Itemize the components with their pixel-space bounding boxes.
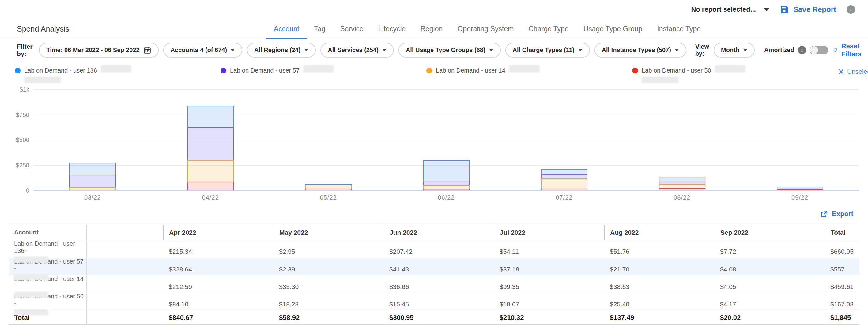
chart-legend: Lab on Demand - user 136Lab on Demand - …: [15, 67, 838, 85]
chevron-down-icon: [382, 49, 386, 52]
filter-by-label: Filter by:: [17, 43, 32, 58]
view-by-select[interactable]: Month: [714, 43, 755, 58]
filter-pill-all-usage-type-groups-68[interactable]: All Usage Type Groups (68): [399, 43, 501, 58]
time-filter[interactable]: Time: 06 Mar 2022 - 06 Sep 2022: [39, 43, 158, 58]
tab-instance-type[interactable]: Instance Type: [650, 25, 708, 39]
export-button[interactable]: Export: [820, 210, 853, 218]
chevron-down-icon: [578, 49, 583, 52]
stacked-bar-04-22[interactable]: [187, 106, 234, 190]
view-by-value: Month: [721, 46, 739, 54]
tab-operating-system[interactable]: Operating System: [450, 25, 521, 39]
tab-usage-type-group[interactable]: Usage Type Group: [576, 25, 650, 39]
column-header-account: Account: [8, 225, 87, 240]
unselect-all-button[interactable]: Unselect All: [838, 68, 868, 75]
chart-legend-row: Lab on Demand - user 136Lab on Demand - …: [0, 61, 868, 87]
total-value-cell: $20.02: [715, 311, 825, 325]
report-selector-dropdown[interactable]: No report selected...: [691, 5, 769, 13]
top-header: No report selected... Save Report i: [0, 0, 868, 19]
filter-pill-label: All Instance Types (507): [602, 46, 671, 54]
bar-slot-08-22: [623, 89, 741, 190]
total-value-cell: $1,845: [825, 311, 860, 325]
bar-segment-lab-on-demand-user-136: [659, 176, 705, 182]
filter-pill-label: All Charge Types (11): [513, 46, 575, 54]
x-axis-tick-label: 06/22: [388, 194, 505, 201]
redacted-text: [642, 76, 678, 83]
chart-plot-area: $1k$750$500$2500: [34, 89, 859, 190]
column-header-jun-2022: Jun 2022: [384, 225, 494, 240]
stacked-bar-07-22[interactable]: [541, 169, 587, 190]
legend-item-lab-on-demand-user-14[interactable]: Lab on Demand - user 14: [426, 67, 632, 85]
total-value-cell: $840.67: [163, 311, 274, 325]
filter-pill-label: All Usage Type Groups (68): [406, 46, 486, 54]
stacked-bar-08-22[interactable]: [659, 176, 705, 190]
filter-pill-accounts-4-of-674[interactable]: Accounts 4 (of 674): [163, 43, 242, 58]
column-header-sep-2022: Sep 2022: [715, 225, 825, 240]
tab-tag[interactable]: Tag: [307, 25, 333, 39]
x-axis-tick-label: 09/22: [741, 194, 859, 201]
legend-color-dot: [632, 68, 638, 73]
chevron-down-icon: [304, 49, 308, 52]
bar-segment-lab-on-demand-user-57: [69, 175, 116, 187]
legend-item-lab-on-demand-user-50[interactable]: Lab on Demand - user 50: [632, 67, 838, 85]
save-report-button[interactable]: Save Report: [780, 5, 836, 14]
stacked-bar-09-22[interactable]: [777, 187, 823, 190]
tab-lifecycle[interactable]: Lifecycle: [371, 25, 413, 39]
calendar-icon: [143, 46, 151, 54]
redacted-text: [715, 65, 745, 72]
amortized-toggle[interactable]: [810, 46, 828, 55]
column-header-may-2022: May 2022: [274, 225, 384, 240]
bar-segment-lab-on-demand-user-14: [305, 185, 351, 189]
legend-item-lab-on-demand-user-136[interactable]: Lab on Demand - user 136: [15, 67, 220, 85]
reset-filters-button[interactable]: Reset Filters: [833, 42, 865, 58]
tab-charge-type[interactable]: Charge Type: [521, 25, 576, 39]
x-axis-tick-label: 08/22: [623, 194, 741, 201]
spend-chart: $1k$750$500$2500 03/2204/2205/2206/2207/…: [34, 89, 859, 204]
total-value-cell: $137.49: [604, 311, 715, 325]
legend-item-line1: Lab on Demand - user 50: [632, 67, 838, 74]
table-row[interactable]: Lab on Demand - user 136 -$215.34$2.95$2…: [8, 240, 860, 258]
tab-service[interactable]: Service: [333, 25, 371, 39]
stacked-bar-03-22[interactable]: [69, 163, 116, 190]
redacted-text: [14, 274, 49, 280]
bar-slot-09-22: [741, 89, 859, 190]
filter-pill-all-instance-types-507[interactable]: All Instance Types (507): [594, 43, 686, 58]
account-name: Lab on Demand - user 136 -: [14, 240, 86, 254]
table-row[interactable]: Lab on Demand - user 14 -$212.59$35.30$3…: [8, 275, 860, 293]
tab-account[interactable]: Account: [267, 25, 307, 39]
refresh-icon: [833, 46, 838, 54]
redacted-text: [303, 65, 334, 72]
table-row[interactable]: Lab on Demand - user 57 -$328.64$2.39$41…: [8, 258, 860, 275]
bar-segment-lab-on-demand-user-14: [187, 160, 234, 182]
tab-region[interactable]: Region: [413, 25, 450, 39]
table-row[interactable]: Lab on Demand - user 50 -$84.10$18.28$15…: [8, 293, 860, 310]
unselect-all-label: Unselect All: [847, 68, 868, 75]
filter-pill-label: All Services (254): [328, 46, 378, 54]
filter-pill-all-charge-types-11[interactable]: All Charge Types (11): [505, 43, 590, 58]
report-selector-value: No report selected...: [691, 5, 756, 13]
export-icon: [820, 210, 828, 218]
time-filter-value: Time: 06 Mar 2022 - 06 Sep 2022: [46, 46, 140, 54]
bar-segment-lab-on-demand-user-50: [659, 188, 705, 190]
filter-pill-all-services-254[interactable]: All Services (254): [320, 43, 394, 58]
export-label: Export: [832, 210, 853, 218]
filter-pill-all-regions-24[interactable]: All Regions (24): [247, 43, 316, 58]
stacked-bar-05-22[interactable]: [305, 184, 351, 190]
legend-item-line1: Lab on Demand - user 57: [220, 67, 426, 74]
info-icon[interactable]: i: [798, 46, 806, 54]
legend-item-lab-on-demand-user-57[interactable]: Lab on Demand - user 57: [220, 67, 426, 85]
gridline: [34, 190, 859, 191]
bar-segment-lab-on-demand-user-136: [69, 163, 116, 175]
bar-segment-lab-on-demand-user-50: [541, 189, 587, 190]
chevron-down-icon: [230, 49, 235, 52]
title-tab-row: Spend Analysis AccountTagServiceLifecycl…: [0, 19, 868, 39]
redacted-text: [14, 309, 49, 315]
save-report-label: Save Report: [793, 5, 836, 14]
legend-item-label: Lab on Demand - user 14: [436, 67, 505, 74]
bar-segment-lab-on-demand-user-57: [541, 174, 587, 178]
stacked-bar-06-22[interactable]: [423, 160, 469, 190]
y-axis-tick-label: $750: [2, 111, 29, 118]
info-icon[interactable]: i: [846, 5, 855, 14]
amortized-control: Amortized i: [764, 46, 828, 55]
bar-slot-07-22: [505, 89, 623, 190]
bar-segment-lab-on-demand-user-136: [423, 160, 469, 181]
